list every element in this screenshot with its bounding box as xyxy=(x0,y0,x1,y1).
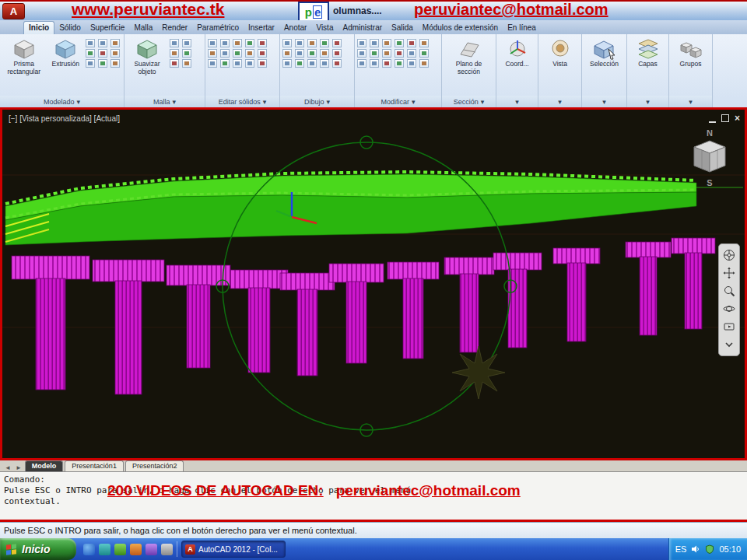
viewcube-cube-icon[interactable] xyxy=(691,138,728,175)
ribbon-tool-icon[interactable] xyxy=(307,49,317,58)
ribbon-tool-icon[interactable] xyxy=(307,59,317,68)
panel-label-malla[interactable]: Malla▾ xyxy=(124,96,205,107)
ribbon-tool-icon[interactable] xyxy=(419,49,429,58)
ribbon-tool-icon[interactable] xyxy=(233,49,242,58)
tab-modulos[interactable]: Módulos de extensión xyxy=(418,22,503,34)
tab-parametrico[interactable]: Paramétrico xyxy=(192,22,244,34)
ribbon-tool-icon[interactable] xyxy=(370,49,379,58)
drawing-viewport[interactable]: [−] [Vista personalizada] [Actual] × N S xyxy=(0,107,747,460)
ribbon-tool-icon[interactable] xyxy=(110,59,120,68)
autocad-app-icon[interactable]: A xyxy=(2,3,25,19)
ribbon-tool-icon[interactable] xyxy=(332,59,342,68)
coord-button[interactable]: Coord... xyxy=(499,37,535,68)
pan-icon[interactable] xyxy=(721,265,737,281)
ribbon-tool-icon[interactable] xyxy=(382,59,391,68)
viewport-canvas[interactable] xyxy=(2,110,745,458)
ribbon-tool-icon[interactable] xyxy=(233,39,242,47)
taskbar-item-autocad[interactable]: A AutoCAD 2012 - [Col... xyxy=(181,541,286,558)
ribbon-tool-icon[interactable] xyxy=(395,39,404,47)
tab-vista[interactable]: Vista xyxy=(311,22,338,34)
ribbon-tool-icon[interactable] xyxy=(332,49,342,58)
ribbon-tool-icon[interactable] xyxy=(282,49,292,58)
ribbon-tool-icon[interactable] xyxy=(98,59,107,68)
ribbon-tool-icon[interactable] xyxy=(307,39,317,47)
panel-label-modelado[interactable]: Modelado▾ xyxy=(0,96,124,107)
panel-label-capas[interactable]: ▾ xyxy=(627,96,668,107)
ribbon-tool-icon[interactable] xyxy=(208,59,217,68)
tab-administrar[interactable]: Administrar xyxy=(338,22,387,34)
ribbon-tool-icon[interactable] xyxy=(258,39,267,47)
panel-label-coordenadas[interactable]: ▾ xyxy=(496,96,538,107)
orbit-icon[interactable] xyxy=(721,301,737,317)
tab-superficie[interactable]: Superficie xyxy=(86,22,129,34)
ribbon-tool-icon[interactable] xyxy=(98,39,107,47)
ribbon-tool-icon[interactable] xyxy=(245,49,254,58)
ribbon-tool-icon[interactable] xyxy=(182,49,191,58)
ribbon-tool-icon[interactable] xyxy=(419,59,429,68)
minimize-icon[interactable] xyxy=(709,114,716,123)
ribbon-tool-icon[interactable] xyxy=(382,39,391,47)
steering-wheel-icon[interactable] xyxy=(721,247,737,263)
ribbon-tool-icon[interactable] xyxy=(282,59,292,68)
language-indicator[interactable]: ES xyxy=(675,544,687,554)
ribbon-tool-icon[interactable] xyxy=(395,49,404,58)
viewport-controls-label[interactable]: [−] [Vista personalizada] [Actual] xyxy=(9,114,120,123)
panel-label-modificar[interactable]: Modificar▾ xyxy=(355,96,441,107)
ribbon-tool-icon[interactable] xyxy=(182,39,191,47)
ribbon-tool-icon[interactable] xyxy=(86,39,95,47)
ribbon-tool-icon[interactable] xyxy=(357,59,366,68)
ribbon-tool-icon[interactable] xyxy=(370,39,379,47)
panel-label-editar-solidos[interactable]: Editar sólidos▾ xyxy=(205,96,279,107)
ribbon-tool-icon[interactable] xyxy=(320,39,329,47)
ribbon-tool-icon[interactable] xyxy=(220,39,230,47)
tab-en-linea[interactable]: En línea xyxy=(503,22,541,34)
ribbon-tool-icon[interactable] xyxy=(86,49,95,58)
app-shortcut-icon[interactable] xyxy=(161,544,173,555)
ribbon-tool-icon[interactable] xyxy=(98,49,107,58)
layout-tab-presentacion2[interactable]: Presentación2 xyxy=(125,460,184,471)
ribbon-tool-icon[interactable] xyxy=(282,39,292,47)
ribbon-tool-icon[interactable] xyxy=(170,49,179,58)
ribbon-tool-icon[interactable] xyxy=(182,59,191,68)
plano-de-seccion-button[interactable]: Plano de sección xyxy=(446,37,493,75)
navbar-menu-chevron-icon[interactable] xyxy=(721,337,737,352)
show-desktop-icon[interactable] xyxy=(99,544,110,555)
ribbon-tool-icon[interactable] xyxy=(295,39,304,47)
panel-label-seleccion[interactable]: ▾ xyxy=(582,96,626,107)
ribbon-tool-icon[interactable] xyxy=(170,59,179,68)
restore-icon[interactable] xyxy=(721,114,729,122)
capas-button[interactable]: Capas xyxy=(630,37,666,68)
viewcube[interactable]: N S xyxy=(684,128,735,187)
suavizar-objeto-button[interactable]: Suavizar objeto xyxy=(127,37,167,75)
showmotion-icon[interactable] xyxy=(721,319,737,334)
ribbon-tool-icon[interactable] xyxy=(208,39,217,47)
clock[interactable]: 05:10 xyxy=(719,544,741,554)
layout-tab-presentacion1[interactable]: Presentación1 xyxy=(65,460,124,471)
command-window[interactable]: Comando: Pulse ESC o INTRO para salir, o… xyxy=(0,471,747,520)
extrusion-button[interactable]: Extrusión xyxy=(47,37,83,68)
ribbon-tool-icon[interactable] xyxy=(407,59,416,68)
tab-inicio[interactable]: Inicio xyxy=(23,21,54,34)
ribbon-tool-icon[interactable] xyxy=(258,49,267,58)
ribbon-tool-icon[interactable] xyxy=(370,59,379,68)
ribbon-tool-icon[interactable] xyxy=(407,49,416,58)
ribbon-tool-icon[interactable] xyxy=(245,39,254,47)
ribbon-tool-icon[interactable] xyxy=(357,39,366,47)
tab-render[interactable]: Render xyxy=(157,22,192,34)
layout-tab-prev-icon[interactable]: ◄ xyxy=(3,464,12,471)
close-icon[interactable]: × xyxy=(735,114,740,122)
seleccion-button[interactable]: Selección xyxy=(584,37,624,68)
ribbon-tool-icon[interactable] xyxy=(295,49,304,58)
media-player-icon[interactable] xyxy=(114,544,126,555)
ribbon-tool-icon[interactable] xyxy=(258,59,267,68)
folder-icon[interactable] xyxy=(130,544,142,555)
panel-label-grupos[interactable]: ▾ xyxy=(669,96,712,107)
tab-solido[interactable]: Sólido xyxy=(54,22,86,34)
ribbon-tool-icon[interactable] xyxy=(233,59,242,68)
ribbon-tool-icon[interactable] xyxy=(357,49,366,58)
prisma-rectangular-button[interactable]: Prisma rectangular xyxy=(2,37,45,75)
browser-icon[interactable] xyxy=(83,544,95,555)
tab-insertar[interactable]: Insertar xyxy=(244,22,279,34)
ribbon-tool-icon[interactable] xyxy=(295,59,304,68)
tab-anotar[interactable]: Anotar xyxy=(279,22,311,34)
